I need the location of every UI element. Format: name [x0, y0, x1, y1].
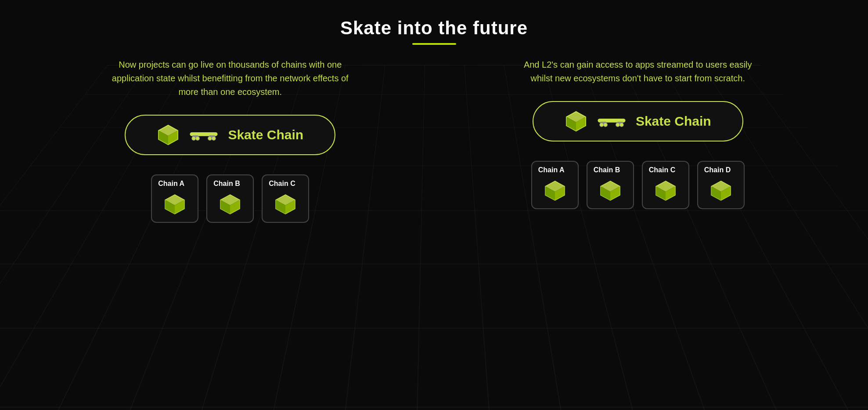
- page-content: Skate into the future Now projects can g…: [0, 0, 868, 410]
- svg-point-32: [616, 123, 620, 127]
- svg-point-30: [600, 123, 604, 127]
- right-skate-chain-label: Skate Chain: [636, 114, 711, 129]
- left-chain-c-cube: [274, 193, 297, 216]
- left-chain-a-cube: [163, 193, 186, 216]
- page-title: Skate into the future: [340, 18, 528, 39]
- right-chain-row: Chain A Chain B: [531, 161, 745, 209]
- svg-point-8: [196, 137, 200, 141]
- two-column-layout: Now projects can go live on thousands of…: [0, 45, 868, 410]
- left-chain-row: Chain A Chain B: [151, 174, 309, 223]
- right-chain-a-cube: [544, 179, 566, 202]
- right-chain-box-d: Chain D: [697, 161, 745, 209]
- svg-point-31: [604, 123, 608, 127]
- left-chain-b-cube: [219, 193, 241, 216]
- left-chain-c-label: Chain C: [269, 180, 295, 188]
- right-chain-c-cube: [654, 179, 677, 202]
- right-column: And L2's can gain access to apps streame…: [434, 45, 842, 410]
- right-description: And L2's can gain access to apps streame…: [515, 58, 761, 85]
- right-chain-box-c: Chain C: [642, 161, 689, 209]
- svg-point-33: [619, 123, 623, 127]
- svg-point-10: [212, 137, 216, 141]
- left-chain-box-a: Chain A: [151, 174, 198, 223]
- right-chain-b-cube: [599, 179, 622, 202]
- right-chain-d-cube: [710, 179, 732, 202]
- left-chain-a-label: Chain A: [158, 180, 184, 188]
- left-column: Now projects can go live on thousands of…: [26, 45, 434, 410]
- left-chain-b-label: Chain B: [213, 180, 240, 188]
- left-chain-box-b: Chain B: [206, 174, 254, 223]
- right-skate-icon: [596, 113, 627, 130]
- right-chain-c-label: Chain C: [649, 166, 675, 174]
- right-chain-a-label: Chain A: [538, 166, 565, 174]
- right-chain-d-label: Chain D: [704, 166, 731, 174]
- svg-point-7: [192, 137, 196, 141]
- right-skate-chain-pill: Skate Chain: [533, 101, 743, 142]
- right-chain-box-b: Chain B: [587, 161, 634, 209]
- left-chain-box-c: Chain C: [262, 174, 309, 223]
- right-cube-icon: [565, 110, 587, 133]
- svg-point-9: [208, 137, 212, 141]
- left-description: Now projects can go live on thousands of…: [107, 58, 353, 99]
- left-skate-icon: [188, 127, 219, 143]
- left-skate-chain-pill: Skate Chain: [125, 115, 335, 155]
- right-chain-box-a: Chain A: [531, 161, 579, 209]
- left-skate-chain-label: Skate Chain: [228, 127, 303, 142]
- left-cube-icon: [157, 123, 180, 146]
- right-chain-b-label: Chain B: [594, 166, 620, 174]
